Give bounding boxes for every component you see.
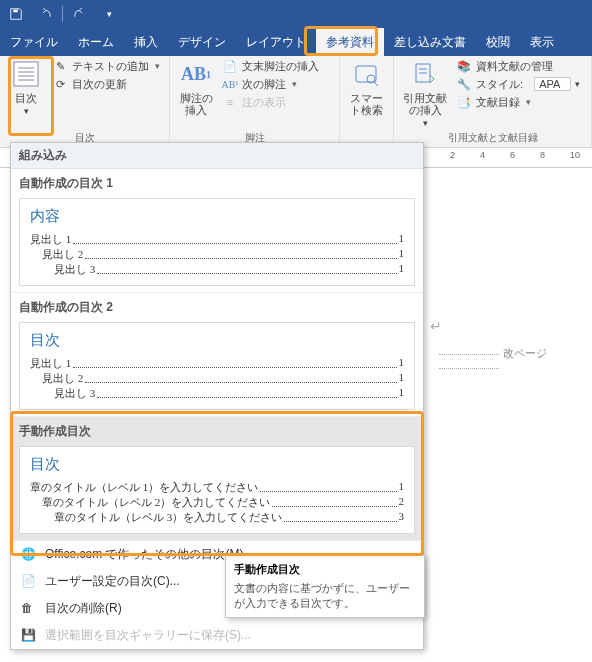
manage-sources-label: 資料文献の管理 [476,59,553,74]
toc-preview: 目次 章のタイトル（レベル 1）を入力してください1 章のタイトル（レベル 2）… [19,446,415,534]
ruler-tick: 6 [510,150,515,160]
update-toc-button[interactable]: ⟳目次の更新 [52,76,160,92]
gallery-caption: 自動作成の目次 2 [19,299,415,316]
preview-line-page: 1 [399,247,405,262]
insert-footnote-label: 脚注の挿入 [176,92,216,116]
preview-line-page: 1 [399,480,405,495]
toc-preview: 内容 見出し 11 見出し 21 見出し 31 [19,198,415,286]
insert-citation-label: 引用文献の挿入 [403,92,447,116]
gallery-item-auto2[interactable]: 自動作成の目次 2 目次 見出し 11 見出し 21 見出し 31 [11,293,423,417]
preview-title: 目次 [30,455,404,474]
add-text-button[interactable]: ✎テキストの追加 [52,58,160,74]
next-footnote-button[interactable]: AB¹次の脚注 [222,76,319,92]
tab-home[interactable]: ホーム [68,28,124,56]
preview-line-page: 1 [399,356,405,371]
ribbon-tabs: ファイル ホーム 挿入 デザイン レイアウト 参考資料 差し込み文書 校閲 表示 [0,28,592,56]
add-text-icon: ✎ [52,58,68,74]
menu-label: 目次の削除(R) [45,600,122,617]
style-icon: 🔧 [456,76,472,92]
preview-line-text: 見出し 3 [54,386,95,401]
tab-layout[interactable]: レイアウト [236,28,316,56]
preview-line-text: 見出し 1 [30,232,71,247]
chevron-down-icon: ▾ [24,106,29,116]
undo-icon[interactable] [32,2,56,26]
citation-icon [409,58,441,90]
menu-label: 選択範囲を目次ギャラリーに保存(S)... [45,627,251,644]
preview-line-page: 1 [399,262,405,277]
menu-label: Office.com で作ったその他の目次(M) [45,546,243,563]
bibliography-icon: 📑 [456,94,472,110]
remove-icon: 🗑 [21,601,37,617]
preview-line-text: 見出し 1 [30,356,71,371]
show-notes-label: 注の表示 [242,95,286,110]
add-text-label: テキストの追加 [72,59,149,74]
show-notes-button: ≡注の表示 [222,94,319,110]
redo-icon[interactable] [69,2,93,26]
office-icon: 🌐 [21,547,37,563]
smart-lookup-button[interactable]: スマート検索 [346,58,386,116]
ruler-tick: 2 [450,150,455,160]
qat-customize-icon[interactable]: ▾ [97,2,121,26]
tab-design[interactable]: デザイン [168,28,236,56]
preview-line-page: 2 [399,495,405,510]
preview-line-text: 見出し 2 [42,371,83,386]
ruler-tick: 10 [570,150,580,160]
smart-lookup-icon [350,58,382,90]
svg-rect-0 [13,10,17,13]
group-label-citations: 引用文献と文献目録 [400,129,585,147]
gallery-item-auto1[interactable]: 自動作成の目次 1 内容 見出し 11 見出し 21 見出し 31 [11,169,423,293]
menu-label: ユーザー設定の目次(C)... [45,573,180,590]
toc-icon [10,58,42,90]
ribbon: 目次▾ ✎テキストの追加 ⟳目次の更新 目次 AB1 脚注の挿入 📄文末脚注の挿… [0,56,592,148]
preview-line-text: 章のタイトル（レベル 3）を入力してください [54,510,282,525]
tab-review[interactable]: 校閲 [476,28,520,56]
preview-line-text: 見出し 3 [54,262,95,277]
preview-line-text: 章のタイトル（レベル 2）を入力してください [42,495,270,510]
insert-citation-button[interactable]: 引用文献の挿入▾ [400,58,450,129]
svg-line-8 [374,82,378,86]
save-selection-button: 💾選択範囲を目次ギャラリーに保存(S)... [11,622,423,649]
toc-preview: 目次 見出し 11 見出し 21 見出し 31 [19,322,415,410]
tab-file[interactable]: ファイル [0,28,68,56]
separator [62,6,63,22]
update-toc-label: 目次の更新 [72,77,127,92]
manage-sources-button[interactable]: 📚資料文献の管理 [456,58,580,74]
insert-footnote-button[interactable]: AB1 脚注の挿入 [176,58,216,116]
svg-rect-1 [14,62,38,86]
ruler-tick: 8 [540,150,545,160]
preview-line-page: 1 [399,371,405,386]
style-label: スタイル: [476,77,523,92]
insert-endnote-label: 文末脚注の挿入 [242,59,319,74]
save-icon[interactable] [4,2,28,26]
preview-line-page: 1 [399,386,405,401]
gallery-item-manual[interactable]: 手動作成目次 目次 章のタイトル（レベル 1）を入力してください1 章のタイトル… [11,417,423,541]
endnote-icon: 📄 [222,58,238,74]
toc-label: 目次 [15,92,37,104]
tooltip: 手動作成目次 文書の内容に基づかずに、ユーザーが入力できる目次です。 [225,555,425,618]
tooltip-body: 文書の内容に基づかずに、ユーザーが入力できる目次です。 [234,581,416,611]
bibliography-button[interactable]: 📑文献目録 [456,94,580,110]
gallery-caption: 自動作成の目次 1 [19,175,415,192]
ruler-tick: 4 [480,150,485,160]
page-break-indicator: 改ページ [435,346,592,373]
quick-access-toolbar: ▾ [0,0,592,28]
preview-line-page: 3 [399,510,405,525]
custom-toc-icon: 📄 [21,574,37,590]
tab-mailings[interactable]: 差し込み文書 [384,28,476,56]
tab-references[interactable]: 参考資料 [316,28,384,56]
style-value[interactable]: APA [534,77,571,91]
show-notes-icon: ≡ [222,94,238,110]
insert-endnote-button[interactable]: 📄文末脚注の挿入 [222,58,319,74]
preview-title: 内容 [30,207,404,226]
citation-style-dropdown[interactable]: 🔧スタイル: APA▾ [456,76,580,92]
gallery-caption: 手動作成目次 [19,423,415,440]
tab-view[interactable]: 表示 [520,28,564,56]
toc-button[interactable]: 目次▾ [6,58,46,117]
next-footnote-icon: AB¹ [222,76,238,92]
manage-sources-icon: 📚 [456,58,472,74]
preview-line-page: 1 [399,232,405,247]
tab-insert[interactable]: 挿入 [124,28,168,56]
footnote-icon: AB1 [180,58,212,90]
tooltip-title: 手動作成目次 [234,562,416,577]
preview-line-text: 章のタイトル（レベル 1）を入力してください [30,480,258,495]
